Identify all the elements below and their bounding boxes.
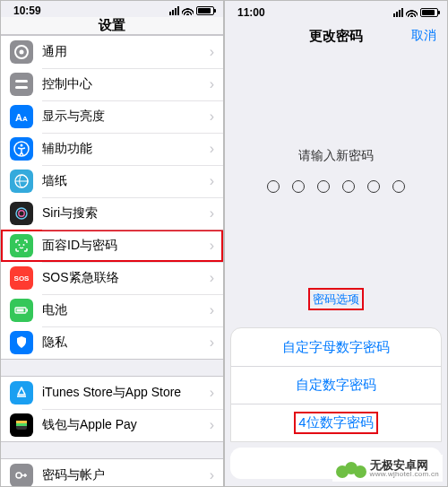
- switches-icon: [10, 73, 33, 96]
- cell-signal-icon: [169, 6, 179, 15]
- watermark: 无极安卓网 www.wjhotel.com.cn: [332, 455, 443, 482]
- sos-icon: SOS: [10, 266, 33, 290]
- svg-point-7: [21, 144, 23, 147]
- settings-row-label: 通用: [42, 44, 210, 60]
- settings-row[interactable]: 面容ID与密码›: [1, 230, 223, 262]
- chevron-right-icon: ›: [210, 44, 214, 60]
- chevron-right-icon: ›: [210, 270, 214, 286]
- battery-icon: [10, 299, 33, 322]
- svg-point-12: [23, 244, 25, 246]
- battery-icon: [420, 8, 438, 17]
- wallet-icon: [10, 413, 33, 437]
- settings-row-label: Siri与搜索: [42, 205, 210, 222]
- accessibility-icon: [10, 137, 33, 161]
- status-indicators: [393, 8, 438, 17]
- passcode-dot: [292, 180, 305, 193]
- svg-point-21: [16, 473, 22, 478]
- sheet-option[interactable]: 自定数字密码: [231, 366, 441, 404]
- svg-point-11: [19, 244, 21, 246]
- svg-rect-15: [27, 309, 29, 312]
- settings-row-label: 电池: [42, 302, 210, 318]
- textsize-icon: AA: [10, 105, 33, 128]
- chevron-right-icon: ›: [210, 76, 214, 92]
- passcode-dot: [267, 180, 280, 193]
- key-icon: [10, 464, 33, 487]
- chevron-right-icon: ›: [210, 302, 214, 318]
- siri-icon: [10, 202, 33, 225]
- passcode-dot: [392, 180, 405, 193]
- watermark-logo-icon: [336, 457, 365, 480]
- page-title: 设置: [99, 17, 125, 34]
- passcode-dots: [267, 180, 405, 193]
- svg-rect-3: [15, 86, 28, 89]
- passcode-prompt: 请输入新密码: [298, 148, 374, 164]
- wallpaper-icon: [10, 170, 33, 193]
- wifi-icon: [406, 9, 418, 17]
- settings-row[interactable]: 墙纸›: [1, 165, 223, 197]
- chevron-right-icon: ›: [210, 467, 214, 483]
- svg-text:A: A: [22, 115, 28, 123]
- gear-icon: [10, 40, 33, 64]
- appstore-icon: [10, 381, 33, 404]
- chevron-right-icon: ›: [210, 335, 214, 351]
- status-bar: 11:00: [225, 1, 447, 21]
- sheet-option-label: 4位数字密码: [294, 412, 377, 434]
- chevron-right-icon: ›: [210, 173, 214, 189]
- chevron-right-icon: ›: [210, 385, 214, 401]
- svg-text:SOS: SOS: [14, 274, 30, 283]
- settings-row-label: 辅助功能: [42, 141, 210, 157]
- chevron-right-icon: ›: [210, 417, 214, 433]
- svg-rect-2: [15, 80, 28, 83]
- battery-icon: [196, 6, 214, 15]
- settings-row[interactable]: 控制中心›: [1, 68, 223, 100]
- status-time: 10:59: [13, 4, 41, 17]
- action-sheet: 自定字母数字密码自定数字密码4位数字密码: [230, 327, 442, 442]
- settings-row[interactable]: iTunes Store与App Store›: [1, 377, 223, 409]
- settings-row-label: 密码与帐户: [42, 467, 210, 483]
- faceid-icon: [10, 234, 33, 257]
- settings-row-label: 隐私: [42, 335, 210, 351]
- chevron-right-icon: ›: [210, 238, 214, 254]
- settings-row[interactable]: 隐私›: [1, 326, 223, 359]
- right-screenshot: 11:00 更改密码 取消 请输入新密码 密码选项: [224, 0, 448, 487]
- chevron-right-icon: ›: [210, 109, 214, 125]
- svg-rect-19: [16, 421, 27, 423]
- chevron-right-icon: ›: [210, 141, 214, 157]
- status-time: 11:00: [237, 6, 265, 19]
- sheet-option[interactable]: 自定字母数字密码: [231, 328, 441, 366]
- privacy-icon: [10, 331, 33, 354]
- svg-point-10: [19, 211, 24, 216]
- settings-row[interactable]: 辅助功能›: [1, 133, 223, 165]
- settings-row[interactable]: 通用›: [1, 36, 223, 68]
- cell-signal-icon: [393, 8, 403, 17]
- cancel-button[interactable]: 取消: [411, 28, 436, 44]
- passcode-options-link[interactable]: 密码选项: [308, 288, 364, 310]
- settings-row[interactable]: Siri与搜索›: [1, 197, 223, 230]
- passcode-dot: [342, 180, 355, 193]
- page-title: 更改密码: [309, 28, 363, 45]
- settings-row[interactable]: 密码与帐户›: [1, 459, 223, 487]
- passcode-dot: [317, 180, 330, 193]
- settings-row[interactable]: AA显示与亮度›: [1, 100, 223, 133]
- watermark-name: 无极安卓网: [370, 459, 439, 471]
- settings-row[interactable]: 钱包与Apple Pay›: [1, 409, 223, 441]
- svg-text:A: A: [15, 112, 22, 123]
- left-screenshot: 10:59 设置 通用›控制中心›AA显示与亮度›辅助功能›墙纸›Siri与搜索…: [0, 0, 224, 487]
- svg-point-9: [16, 208, 27, 219]
- sheet-option[interactable]: 4位数字密码: [231, 404, 441, 441]
- passcode-options-label[interactable]: 密码选项: [313, 292, 359, 306]
- chevron-right-icon: ›: [210, 205, 214, 222]
- settings-row-label: 墙纸: [42, 173, 210, 189]
- status-bar: 10:59: [1, 1, 223, 17]
- settings-row-label: SOS紧急联络: [42, 270, 210, 286]
- watermark-url: www.wjhotel.com.cn: [370, 471, 439, 478]
- settings-row[interactable]: SOSSOS紧急联络›: [1, 262, 223, 294]
- passcode-area: 请输入新密码 密码选项: [225, 51, 447, 318]
- settings-row-label: 控制中心: [42, 76, 210, 92]
- settings-row[interactable]: 电池›: [1, 294, 223, 326]
- sheet-option-label: 自定字母数字密码: [282, 339, 390, 356]
- svg-rect-20: [16, 423, 27, 426]
- svg-point-1: [20, 50, 24, 55]
- settings-row-label: 面容ID与密码: [42, 238, 210, 254]
- settings-row-label: 显示与亮度: [42, 109, 210, 125]
